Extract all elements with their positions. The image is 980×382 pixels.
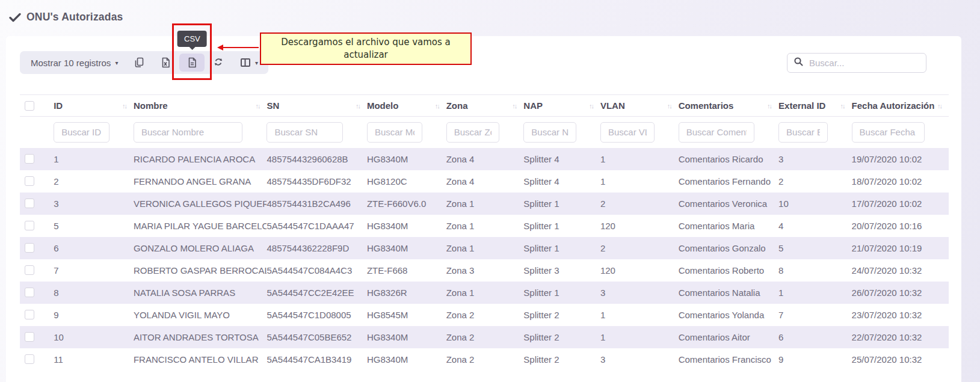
filter-cell-zona: [446, 117, 524, 148]
sort-icon[interactable]: ↑↓: [589, 102, 593, 109]
col-label: Comentarios: [679, 100, 734, 111]
col-header-id[interactable]: ID↑↓: [54, 95, 134, 117]
row-checkbox[interactable]: [25, 332, 34, 342]
copy-button[interactable]: [126, 54, 152, 72]
filter-input-sn[interactable]: [267, 122, 342, 143]
select-all-checkbox[interactable]: [25, 101, 34, 111]
filter-input-modelo[interactable]: [367, 122, 422, 143]
cell-modelo: HG8340M: [367, 348, 446, 371]
cell-external_id: 9: [778, 348, 852, 371]
cell-zona: Zona 3: [446, 259, 524, 282]
sort-icon[interactable]: ↑↓: [667, 102, 671, 109]
filter-input-fecha[interactable]: [852, 122, 925, 143]
col-label: ID: [54, 100, 63, 111]
row-checkbox[interactable]: [25, 221, 34, 230]
table-filter-row: [20, 117, 949, 148]
cell-vlan: 2: [600, 237, 679, 259]
sort-icon[interactable]: ↑↓: [767, 102, 771, 109]
cell-comentarios: Comentarios Veronica: [679, 193, 778, 215]
filter-cell-vlan: [600, 117, 679, 148]
row-checkbox[interactable]: [25, 176, 34, 186]
col-header-external_id[interactable]: External ID↑↓: [778, 95, 852, 117]
excel-export-button[interactable]: [153, 54, 178, 72]
reload-button[interactable]: [206, 54, 231, 72]
row-checkbox[interactable]: [25, 354, 34, 364]
cell-id: 8: [54, 282, 134, 304]
sort-icon[interactable]: ↑↓: [356, 102, 360, 109]
filter-cell-nombre: [134, 117, 267, 148]
sort-icon[interactable]: ↑↓: [512, 102, 516, 109]
cell-nap: Splitter 3: [523, 259, 600, 282]
row-checkbox[interactable]: [25, 288, 34, 297]
row-checkbox[interactable]: [25, 243, 34, 253]
filter-cell-fecha: [852, 117, 949, 148]
cell-external_id: 2: [778, 170, 852, 193]
cell-external_id: 6: [778, 326, 852, 348]
filter-input-nombre[interactable]: [134, 122, 243, 143]
search-input[interactable]: [809, 58, 929, 68]
cell-id: 3: [54, 193, 134, 215]
cell-fecha: 17/07/2020 10:02: [852, 193, 949, 215]
table-row: 5MARIA PILAR YAGUE BARCELO5A544547C1DAAA…: [20, 215, 949, 237]
cell-sn: 485754431B2CA496: [267, 193, 366, 215]
cell-modelo: HG8326R: [367, 282, 446, 304]
cell-modelo: ZTE-F660V6.0: [367, 193, 446, 215]
cell-id: 9: [54, 304, 134, 326]
filter-cell-modelo: [367, 117, 446, 148]
filter-input-vlan[interactable]: [600, 122, 655, 143]
col-header-comentarios[interactable]: Comentarios↑↓: [679, 95, 778, 117]
sort-icon[interactable]: ↑↓: [840, 102, 845, 109]
page-length-select[interactable]: Mostrar 10 registros ▾: [23, 54, 125, 72]
table-row: 8NATALIA SOSA PARRAS5A544547CC2E42EEHG83…: [20, 282, 949, 304]
filter-input-zona[interactable]: [446, 122, 500, 143]
sort-icon[interactable]: ↑↓: [122, 102, 126, 109]
col-header-fecha[interactable]: Fecha Autorización↑↓: [852, 95, 949, 117]
col-header-sn[interactable]: SN↑↓: [267, 95, 366, 117]
csv-export-button[interactable]: CSV: [179, 54, 205, 72]
sort-icon[interactable]: ↑↓: [937, 102, 941, 109]
row-checkbox-cell: [20, 259, 54, 282]
cell-nap: Splitter 2: [523, 304, 600, 326]
row-checkbox-cell: [20, 282, 54, 304]
cell-vlan: 1: [600, 148, 679, 170]
cell-nombre: VERONICA GALLEGOS PIQUER: [134, 193, 267, 215]
onu-card: Mostrar 10 registros ▾: [6, 36, 961, 382]
filter-input-nap[interactable]: [523, 122, 576, 143]
cell-zona: Zona 2: [446, 348, 524, 371]
col-header-modelo[interactable]: Modelo↑↓: [367, 95, 446, 117]
cell-vlan: 3: [600, 282, 679, 304]
filter-input-comentarios[interactable]: [679, 122, 754, 143]
row-checkbox[interactable]: [25, 265, 34, 275]
filter-input-external_id[interactable]: [778, 122, 828, 143]
cell-comentarios: Comentarios Roberto: [679, 259, 778, 282]
row-checkbox[interactable]: [25, 199, 34, 208]
cell-id: 11: [54, 348, 134, 371]
cell-id: 10: [54, 326, 134, 348]
row-checkbox[interactable]: [25, 310, 34, 319]
cell-modelo: HG8340M: [367, 237, 446, 259]
check-icon: [9, 13, 21, 22]
sort-icon[interactable]: ↑↓: [255, 102, 259, 109]
row-checkbox-cell: [20, 193, 54, 215]
filter-input-id[interactable]: [54, 122, 109, 143]
cell-modelo: HG8120C: [367, 170, 446, 193]
cell-nombre: FRANCISCO ANTELO VILLAR: [134, 348, 267, 371]
filter-blank-cell: [20, 117, 54, 148]
cell-modelo: HG8340M: [367, 326, 446, 348]
col-header-vlan[interactable]: VLAN↑↓: [600, 95, 679, 117]
cell-id: 6: [54, 237, 134, 259]
col-label: Zona: [446, 100, 468, 111]
cell-zona: Zona 1: [446, 237, 524, 259]
cell-vlan: 2: [600, 193, 679, 215]
cell-fecha: 19/07/2020 10:02: [852, 148, 949, 170]
cell-external_id: 7: [778, 304, 852, 326]
sort-icon[interactable]: ↑↓: [435, 102, 439, 109]
cell-nombre: NATALIA SOSA PARRAS: [134, 282, 267, 304]
row-checkbox-cell: [20, 237, 54, 259]
col-header-zona[interactable]: Zona↑↓: [446, 95, 524, 117]
csv-file-icon: [186, 57, 198, 69]
row-checkbox[interactable]: [25, 154, 34, 164]
col-header-nombre[interactable]: Nombre↑↓: [134, 95, 267, 117]
col-header-nap[interactable]: NAP↑↓: [523, 95, 600, 117]
table-row: 7ROBERTO GASPAR BERROCAL5A544547C084A4C3…: [20, 259, 949, 282]
